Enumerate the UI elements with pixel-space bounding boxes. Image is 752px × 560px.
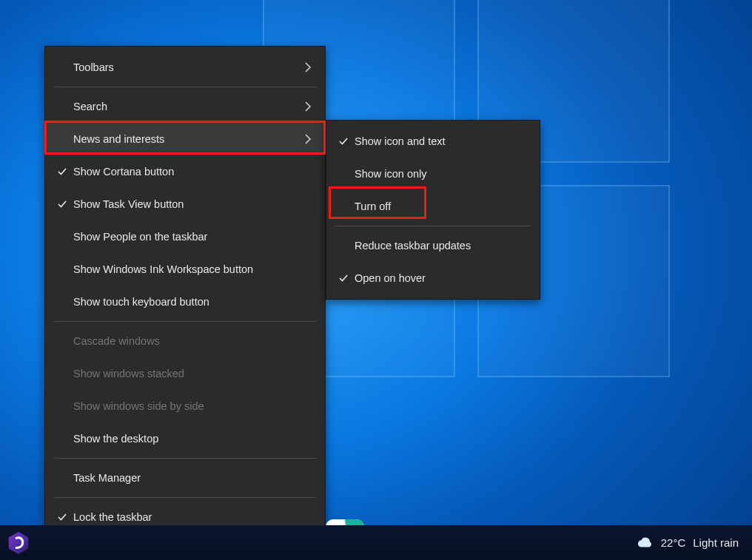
menu-item-toolbars[interactable]: Toolbars: [45, 51, 325, 84]
weather-temperature: 22°C: [661, 536, 686, 549]
menu-separator: [54, 321, 316, 322]
taskbar: 22°C Light rain: [0, 525, 752, 560]
start-button-logo[interactable]: [6, 530, 31, 556]
menu-item-show-desktop[interactable]: Show the desktop: [45, 422, 325, 455]
menu-item-show-touch-keyboard[interactable]: Show touch keyboard button: [45, 286, 325, 318]
submenu-item-open-on-hover[interactable]: Open on hover: [326, 262, 540, 294]
menu-item-task-manager[interactable]: Task Manager: [45, 462, 325, 494]
chevron-right-icon: [304, 101, 315, 112]
menu-item-label: Show icon only: [353, 168, 529, 180]
menu-item-label: Cascade windows: [72, 335, 315, 347]
news-submenu: Show icon and text Show icon only Turn o…: [326, 120, 540, 300]
menu-item-label: Toolbars: [72, 61, 304, 73]
checkmark-icon: [53, 199, 72, 209]
checkmark-icon: [334, 136, 353, 146]
menu-item-label: Show touch keyboard button: [72, 296, 315, 308]
menu-separator: [335, 226, 531, 226]
menu-item-show-cortana[interactable]: Show Cortana button: [45, 155, 325, 188]
submenu-item-reduce-updates[interactable]: Reduce taskbar updates: [326, 229, 540, 262]
menu-item-show-people[interactable]: Show People on the taskbar: [45, 220, 325, 253]
menu-item-label: Show windows stacked: [72, 368, 315, 379]
submenu-item-show-icon-only[interactable]: Show icon only: [326, 158, 540, 190]
submenu-item-turn-off[interactable]: Turn off: [326, 190, 540, 223]
taskbar-context-menu: Toolbars Search News and interests Sho: [44, 46, 326, 560]
chevron-right-icon: [304, 62, 315, 72]
menu-item-label: Lock the taskbar: [72, 511, 315, 523]
menu-separator: [54, 87, 316, 87]
menu-item-show-ink[interactable]: Show Windows Ink Workspace button: [45, 253, 325, 286]
menu-item-cascade-windows: Cascade windows: [45, 325, 325, 357]
menu-item-label: Search: [72, 101, 304, 112]
menu-item-label: Show Cortana button: [72, 166, 315, 178]
menu-item-label: Task Manager: [72, 472, 315, 484]
menu-item-label: Reduce taskbar updates: [353, 240, 529, 252]
menu-item-label: Open on hover: [353, 272, 529, 284]
menu-item-label: News and interests: [72, 133, 304, 145]
chevron-right-icon: [304, 134, 315, 144]
menu-item-label: Show windows side by side: [72, 400, 315, 412]
checkmark-icon: [53, 512, 72, 522]
submenu-item-show-icon-text[interactable]: Show icon and text: [326, 125, 540, 158]
desktop-background: Toolbars Search News and interests Sho: [0, 0, 752, 560]
menu-item-side-by-side: Show windows side by side: [45, 390, 325, 422]
menu-separator: [54, 458, 316, 459]
menu-separator: [54, 497, 316, 498]
menu-item-label: Turn off: [353, 200, 529, 212]
weather-cloud-icon: [637, 535, 654, 551]
menu-item-search[interactable]: Search: [45, 90, 325, 123]
menu-item-label: Show the desktop: [72, 433, 315, 445]
menu-item-show-task-view[interactable]: Show Task View button: [45, 188, 325, 220]
menu-item-label: Show icon and text: [353, 135, 529, 147]
menu-item-label: Show People on the taskbar: [72, 231, 315, 243]
checkmark-icon: [334, 273, 353, 283]
news-and-interests-widget[interactable]: 22°C Light rain: [637, 535, 752, 551]
menu-item-label: Show Windows Ink Workspace button: [72, 263, 315, 275]
menu-item-label: Show Task View button: [72, 198, 315, 210]
menu-item-show-stacked: Show windows stacked: [45, 357, 325, 390]
weather-condition: Light rain: [693, 536, 739, 549]
checkmark-icon: [53, 166, 72, 177]
menu-item-news-and-interests[interactable]: News and interests: [45, 123, 325, 155]
